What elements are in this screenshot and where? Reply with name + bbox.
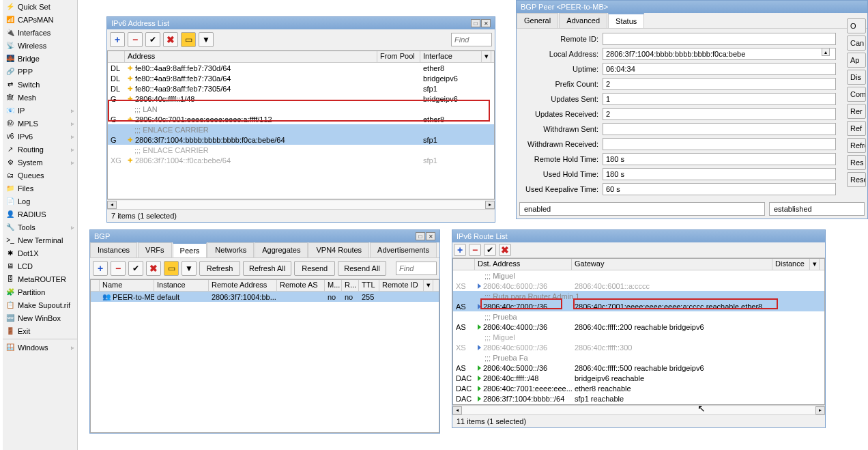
h-scrollbar[interactable]: ◂ ▸: [452, 405, 825, 414]
col-dropdown[interactable]: ▾: [482, 51, 491, 62]
sidebar-item-dot1x[interactable]: ✱Dot1X: [3, 247, 77, 259]
resend-all-button[interactable]: Resend All: [338, 261, 386, 276]
sidebar-item-make-supout.rif[interactable]: 📋Make Supout.rif: [3, 298, 77, 311]
tab-peers[interactable]: Peers: [173, 242, 207, 257]
find-input[interactable]: [451, 33, 492, 46]
side-button-refre[interactable]: Refre: [847, 138, 866, 153]
route-row[interactable]: AS 2806:40c:5000::/362806:40c:ffff::500 …: [453, 363, 824, 373]
titlebar[interactable]: BGP Peer <PEER-to-MB>: [517, 1, 867, 13]
route-row[interactable]: XS 2806:40c:6000::/362806:40c:ffff::300: [453, 342, 824, 352]
disable-button[interactable]: ✖: [163, 32, 178, 47]
add-button[interactable]: +: [110, 32, 125, 47]
find-input[interactable]: [396, 262, 437, 275]
sidebar-item-log[interactable]: 📄Log: [3, 195, 77, 208]
address-row[interactable]: G✚ 2806:40c:7001:eeee:eeee:eeee:a:ffff/1…: [108, 114, 494, 124]
scroll-right[interactable]: ▸: [485, 201, 495, 209]
enable-button[interactable]: ✔: [145, 32, 160, 47]
enable-button[interactable]: ✔: [484, 244, 496, 256]
sidebar-item-system[interactable]: ⚙System▹: [3, 156, 77, 169]
add-button[interactable]: +: [454, 244, 466, 256]
comment-row[interactable]: ;;; Ruta para Router Admin 1: [453, 291, 824, 301]
comment-row[interactable]: ;;; Prueba Fa: [453, 352, 824, 363]
sidebar-item-metarouter[interactable]: 🗄MetaROUTER: [3, 272, 77, 285]
route-row[interactable]: DAC 2806:40c:ffff::/48bridgeipv6 reachab…: [453, 373, 824, 383]
sidebar-item-exit[interactable]: 🚪Exit: [3, 324, 77, 337]
remove-button[interactable]: −: [128, 32, 143, 47]
titlebar[interactable]: IPv6 Address List □ ✕: [107, 17, 495, 29]
sidebar-item-bridge[interactable]: 🌉Bridge: [3, 52, 77, 65]
col-address[interactable]: Address: [125, 51, 377, 62]
comment-button[interactable]: ▭: [181, 32, 196, 47]
tab-advanced[interactable]: Advanced: [559, 13, 607, 28]
side-button-can[interactable]: Can: [847, 36, 866, 51]
sidebar-item-partition[interactable]: 🧩Partition: [3, 285, 77, 298]
route-row[interactable]: DAC 2806:3f7:1004:bbbb::/64sfp1 reachabl…: [453, 393, 824, 404]
titlebar[interactable]: BGP □ ✕: [90, 230, 439, 242]
sidebar-item-switch[interactable]: ⇄Switch: [3, 78, 77, 91]
sidebar-item-new-terminal[interactable]: >_New Terminal: [3, 234, 77, 247]
col-dropdown[interactable]: ▾: [810, 259, 820, 270]
col-name[interactable]: Name: [100, 280, 154, 291]
col-dropdown[interactable]: ▾: [424, 280, 433, 291]
sidebar-item-mpls[interactable]: ⓂMPLS▹: [3, 117, 77, 130]
sidebar-item-quick-set[interactable]: ⚡Quick Set: [3, 0, 77, 13]
enable-button[interactable]: ✔: [128, 261, 143, 276]
address-grid[interactable]: Address From Pool Interface ▾ DL✚ fe80::…: [107, 51, 495, 199]
address-row[interactable]: DL✚ fe80::4aa9:8aff:feb7:730d/64ether8: [108, 63, 494, 73]
address-row[interactable]: G✚ 2806:3f7:1004:bbbb:bbbb:bbbb:f0ca:beb…: [108, 135, 494, 145]
address-row[interactable]: DL✚ fe80::4aa9:8aff:feb7:730a/64bridgeip…: [108, 73, 494, 83]
col-r[interactable]: R...: [342, 280, 359, 291]
add-button[interactable]: +: [93, 261, 108, 276]
comment-row[interactable]: ;;; LAN: [108, 104, 494, 114]
col-dst[interactable]: Dst. Address: [475, 259, 572, 270]
col-ttl[interactable]: TTL: [359, 280, 379, 291]
disable-button[interactable]: ✖: [499, 244, 511, 256]
col-remote-address[interactable]: Remote Address: [209, 280, 277, 291]
sidebar-item-capsman[interactable]: 📶CAPsMAN: [3, 13, 77, 26]
peer-grid[interactable]: Name Instance Remote Address Remote AS M…: [90, 279, 439, 433]
tab-vpn4-routes[interactable]: VPN4 Routes: [308, 242, 369, 257]
side-button-ap[interactable]: Ap: [847, 53, 866, 68]
scroll-up-button[interactable]: ▴: [822, 48, 830, 56]
side-button-o[interactable]: O: [847, 18, 866, 33]
side-button-com[interactable]: Com: [847, 87, 866, 102]
col-flags[interactable]: [108, 51, 125, 62]
h-scrollbar[interactable]: ◂ ▸: [107, 199, 495, 209]
col-remote-as[interactable]: Remote AS: [277, 280, 325, 291]
comment-row[interactable]: ;;; ENLACE CARRIER: [108, 145, 494, 155]
comment-row[interactable]: ;;; ENLACE CARRIER: [108, 124, 494, 135]
sidebar-item-tools[interactable]: 🔧Tools▹: [3, 221, 77, 234]
filter-button[interactable]: ▼: [182, 261, 197, 276]
sidebar-item-ppp[interactable]: 🔗PPP: [3, 65, 77, 78]
sidebar-item-mesh[interactable]: 🕸Mesh: [3, 91, 77, 104]
filter-button[interactable]: ▼: [199, 32, 214, 47]
col-m[interactable]: M...: [325, 280, 342, 291]
close-button[interactable]: ✕: [426, 232, 435, 240]
address-row[interactable]: G✚ 2806:40c:ffff::1/48bridgeipv6: [108, 94, 494, 104]
titlebar[interactable]: IPv6 Route List: [452, 230, 825, 242]
sidebar-item-lcd[interactable]: 🖥LCD: [3, 259, 77, 272]
sidebar-item-queues[interactable]: 🗂Queues: [3, 169, 77, 182]
comment-button[interactable]: ▭: [164, 261, 179, 276]
col-pool[interactable]: From Pool: [377, 51, 420, 62]
side-button-rese[interactable]: Rese: [847, 172, 866, 187]
address-row[interactable]: DL✚ fe80::4aa9:8aff:feb7:7305/64sfp1: [108, 83, 494, 94]
remove-button[interactable]: −: [111, 261, 126, 276]
side-button-res[interactable]: Res: [847, 155, 866, 170]
sidebar-item-radius[interactable]: 👤RADIUS: [3, 208, 77, 221]
col-gateway[interactable]: Gateway: [572, 259, 772, 270]
route-row[interactable]: XS 2806:40c:6000::/362806:40c:6001::a:cc…: [453, 281, 824, 291]
peer-row[interactable]: 👥PEER-to-MB default 2806:3f7:1004:bb... …: [91, 292, 439, 302]
sidebar-item-wireless[interactable]: 📡Wireless: [3, 39, 77, 52]
sidebar-item-ip[interactable]: 📧IP▹: [3, 104, 77, 117]
comment-row[interactable]: ;;; Prueba: [453, 311, 824, 322]
comment-row[interactable]: ;;; Miguel: [453, 270, 824, 281]
tab-instances[interactable]: Instances: [90, 242, 137, 257]
tab-networks[interactable]: Networks: [207, 242, 254, 257]
tab-status[interactable]: Status: [608, 13, 644, 28]
refresh-all-button[interactable]: Refresh All: [243, 261, 291, 276]
route-row[interactable]: DAC 2806:40c:7001:eeee:eee...ether8 reac…: [453, 383, 824, 393]
sidebar-item-routing[interactable]: ↗Routing▹: [3, 143, 77, 156]
minimize-button[interactable]: □: [471, 19, 480, 27]
col-flags[interactable]: [91, 280, 100, 291]
